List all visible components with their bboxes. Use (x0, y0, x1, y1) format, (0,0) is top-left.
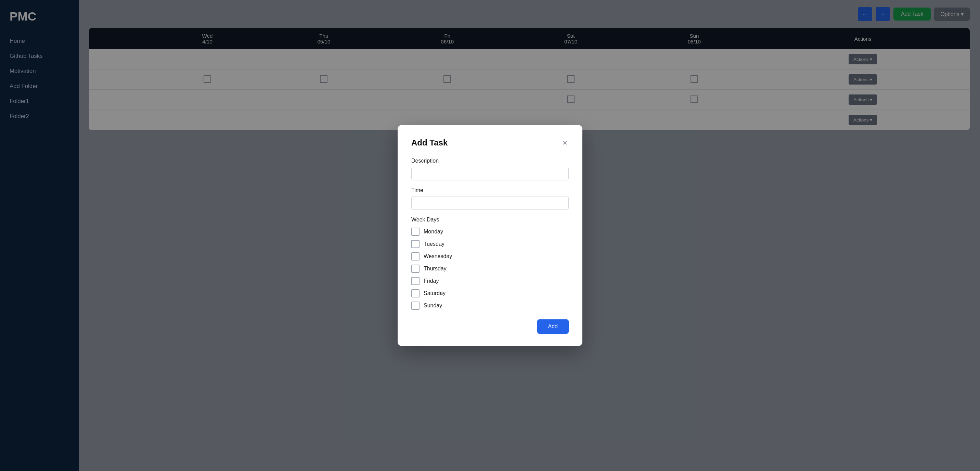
description-group: Description (411, 158, 569, 180)
thursday-checkbox[interactable] (411, 264, 420, 273)
wednesday-label: Wesnesday (424, 253, 452, 259)
monday-checkbox[interactable] (411, 228, 420, 236)
weekday-wednesday: Wesnesday (411, 252, 569, 261)
modal-header: Add Task × (411, 137, 569, 148)
time-input[interactable] (411, 196, 569, 210)
weekday-monday: Monday (411, 228, 569, 236)
weekday-saturday: Saturday (411, 289, 569, 298)
modal-title: Add Task (411, 138, 447, 148)
weekday-friday: Friday (411, 277, 569, 285)
weekday-tuesday: Tuesday (411, 240, 569, 248)
friday-label: Friday (424, 278, 439, 284)
modal-close-button[interactable]: × (561, 137, 569, 148)
weekdays-list: Monday Tuesday Wesnesday Thursday (411, 228, 569, 310)
tuesday-label: Tuesday (424, 241, 444, 247)
saturday-checkbox[interactable] (411, 289, 420, 298)
thursday-label: Thursday (424, 266, 447, 272)
weekdays-group: Week Days Monday Tuesday Wesnesday (411, 217, 569, 310)
add-submit-button[interactable]: Add (537, 319, 569, 334)
sunday-label: Sunday (424, 302, 442, 309)
time-label: Time (411, 187, 569, 193)
saturday-label: Saturday (424, 290, 445, 296)
sunday-checkbox[interactable] (411, 302, 420, 310)
description-input[interactable] (411, 167, 569, 180)
add-task-modal: Add Task × Description Time Week Days Mo… (398, 125, 582, 346)
wednesday-checkbox[interactable] (411, 252, 420, 261)
monday-label: Monday (424, 229, 443, 235)
weekday-thursday: Thursday (411, 264, 569, 273)
tuesday-checkbox[interactable] (411, 240, 420, 248)
main-content: ← → Add Task Options ▾ Wed4/10 Thu05/10 … (79, 0, 980, 471)
time-group: Time (411, 187, 569, 210)
weekdays-label: Week Days (411, 217, 569, 223)
description-label: Description (411, 158, 569, 164)
friday-checkbox[interactable] (411, 277, 420, 285)
modal-footer: Add (411, 319, 569, 334)
weekday-sunday: Sunday (411, 302, 569, 310)
modal-overlay[interactable]: Add Task × Description Time Week Days Mo… (79, 0, 980, 471)
